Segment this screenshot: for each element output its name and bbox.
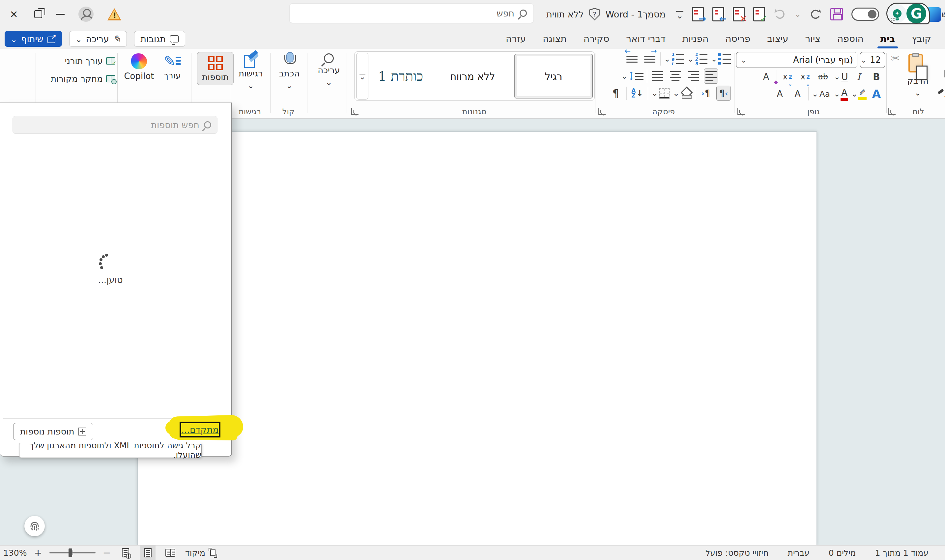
- tab-file[interactable]: קובץ: [911, 32, 932, 45]
- addins-search-input[interactable]: [28, 120, 199, 130]
- superscript-button[interactable]: x2: [780, 69, 795, 84]
- restore-window-icon[interactable]: [34, 10, 42, 18]
- shrink-font-button[interactable]: Aˇ: [773, 86, 787, 102]
- addins-search-bar[interactable]: [12, 116, 217, 134]
- bold-button[interactable]: B: [869, 69, 884, 84]
- zoom-out-button[interactable]: −: [103, 547, 111, 558]
- warning-icon[interactable]: [108, 8, 121, 20]
- torah-editor-button[interactable]: עורך תורני: [43, 56, 115, 66]
- editing-menu-button[interactable]: עריכה: [312, 53, 345, 87]
- zoom-in-button[interactable]: +: [34, 547, 42, 558]
- save-icon[interactable]: [830, 8, 843, 20]
- source-research-button[interactable]: מחקר מקורות: [43, 74, 115, 84]
- font-color-button[interactable]: A: [833, 86, 848, 102]
- accept-change-icon[interactable]: ✓: [753, 7, 765, 22]
- text-effects-button[interactable]: A: [869, 86, 884, 102]
- change-case-button[interactable]: Aa: [812, 86, 830, 102]
- more-addins-button[interactable]: תוספות נוספות: [13, 423, 93, 440]
- tab-home[interactable]: בית: [880, 32, 896, 45]
- grammarly-widget[interactable]: G: [887, 3, 930, 25]
- language-indicator[interactable]: עברית: [788, 548, 810, 558]
- page-indicator[interactable]: עמוד 1 מתוך 1: [875, 548, 928, 558]
- user-avatar[interactable]: [78, 6, 94, 22]
- tab-references[interactable]: הפניות: [682, 32, 709, 45]
- zoom-slider[interactable]: [49, 552, 95, 554]
- zoom-level[interactable]: 130%: [3, 548, 27, 558]
- align-right-button[interactable]: [704, 69, 718, 84]
- bullet-list-button[interactable]: [711, 51, 731, 66]
- shading-button[interactable]: [673, 86, 692, 101]
- undo-icon[interactable]: [774, 8, 786, 20]
- undo-dropdown-icon[interactable]: ⌄: [795, 10, 801, 18]
- document-title[interactable]: מסמך1 - Word: [606, 9, 666, 20]
- reject-change-icon[interactable]: ✕: [733, 7, 745, 22]
- grammarly-logo-icon[interactable]: G: [907, 4, 926, 23]
- search-input[interactable]: [310, 8, 514, 18]
- tab-mailings[interactable]: דברי דואר: [625, 32, 666, 45]
- align-left-button[interactable]: [686, 69, 700, 84]
- tab-layout[interactable]: פריסה: [725, 32, 751, 45]
- web-layout-view-button[interactable]: [118, 546, 133, 560]
- line-spacing-button[interactable]: ↑↓: [621, 69, 643, 84]
- tab-draw[interactable]: ציור: [805, 32, 821, 45]
- sort-button[interactable]: AZ↓: [630, 86, 645, 101]
- paste-button[interactable]: הדבק: [907, 53, 928, 97]
- copilot-button[interactable]: Copilot: [123, 53, 155, 81]
- document-page[interactable]: [137, 131, 817, 545]
- dictate-button[interactable]: הכתב: [275, 52, 303, 90]
- drag-handle-icon[interactable]: [890, 17, 895, 22]
- advanced-addins-link[interactable]: מתקדם...: [181, 425, 219, 435]
- styles-gallery-expand-icon[interactable]: [356, 53, 368, 100]
- rtl-direction-button[interactable]: ¶‹: [716, 86, 731, 101]
- underline-button[interactable]: U: [834, 69, 848, 84]
- font-size-input[interactable]: [870, 55, 881, 65]
- clear-formatting-button[interactable]: A: [759, 69, 773, 84]
- numbered-list-button[interactable]: 123: [687, 51, 708, 66]
- increase-indent-button[interactable]: →: [643, 51, 657, 66]
- focus-mode-button[interactable]: מיקוד: [185, 548, 219, 558]
- style-heading1[interactable]: כותרת 1: [370, 54, 431, 98]
- addins-button[interactable]: תוספות: [197, 52, 234, 85]
- font-name-combo[interactable]: Arial (גוף עברי): [736, 52, 857, 68]
- cut-icon[interactable]: ✂: [891, 52, 900, 65]
- grow-font-button[interactable]: Aˆ: [791, 86, 805, 102]
- subscript-button[interactable]: x2: [798, 69, 813, 84]
- tab-insert[interactable]: הוספה: [837, 32, 864, 45]
- justify-button[interactable]: [650, 69, 665, 84]
- tab-help[interactable]: עזרה: [505, 32, 526, 45]
- read-mode-view-button[interactable]: [163, 546, 178, 560]
- sensitivity-label[interactable]: ללא תווית: [546, 9, 584, 20]
- clipboard-dialog-launcher-icon[interactable]: [888, 108, 896, 115]
- search-bar[interactable]: [289, 3, 534, 23]
- style-normal[interactable]: רגיל: [514, 54, 593, 98]
- text-predictions-indicator[interactable]: חיזויי טקסט: פועל: [705, 548, 769, 558]
- style-no-spacing[interactable]: ללא מרווח: [432, 54, 513, 98]
- paragraph-dialog-launcher-icon[interactable]: [599, 108, 606, 115]
- font-size-combo[interactable]: [860, 52, 885, 68]
- word-count[interactable]: 0 מילים: [829, 548, 856, 558]
- tab-design[interactable]: עיצוב: [766, 32, 789, 45]
- tab-review[interactable]: סקירה: [583, 32, 610, 45]
- borders-button[interactable]: [651, 86, 670, 101]
- zoom-slider-thumb[interactable]: [69, 548, 72, 557]
- show-paragraph-marks-button[interactable]: ¶: [609, 86, 623, 101]
- editor-button[interactable]: עורך: [157, 53, 187, 80]
- close-window-icon[interactable]: ✕: [7, 9, 20, 20]
- title-dropdown-icon[interactable]: [676, 11, 683, 18]
- minimize-window-icon[interactable]: [56, 14, 65, 15]
- styles-dialog-launcher-icon[interactable]: [351, 108, 359, 115]
- italic-button[interactable]: I: [851, 69, 866, 84]
- ltr-direction-button[interactable]: ›¶: [699, 86, 713, 101]
- sensitivity-button[interactable]: רגישות: [235, 52, 267, 90]
- sensitivity-shield-icon[interactable]: ?: [589, 8, 600, 20]
- fingerprint-fab[interactable]: [25, 516, 45, 536]
- print-layout-view-button[interactable]: [140, 546, 155, 560]
- previous-change-icon[interactable]: ←: [713, 7, 724, 22]
- share-button[interactable]: שיתוף: [5, 31, 62, 47]
- comments-button[interactable]: תגובות: [134, 31, 185, 47]
- tab-view[interactable]: תצוגה: [542, 32, 567, 45]
- next-change-icon[interactable]: →: [692, 7, 704, 22]
- multilevel-list-button[interactable]: 1ai: [664, 51, 684, 66]
- editing-mode-button[interactable]: עריכה: [69, 31, 127, 47]
- strikethrough-button[interactable]: ab: [816, 69, 830, 84]
